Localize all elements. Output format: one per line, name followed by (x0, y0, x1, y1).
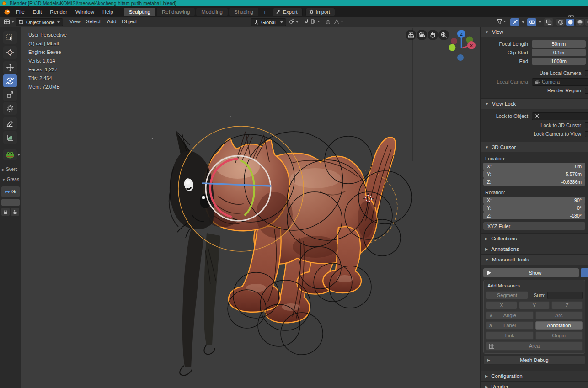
axis-gizmo[interactable]: Z X (446, 27, 478, 64)
import-button[interactable]: Import (305, 8, 335, 16)
local-camera-field[interactable]: Camera (532, 78, 588, 86)
focal-length-field[interactable]: 50mm (532, 40, 586, 48)
panel-configuration-header[interactable]: ▶Configuration (481, 371, 588, 381)
measure-label-button[interactable]: aLabel (486, 321, 534, 330)
overlays-toggle[interactable] (527, 18, 536, 26)
lock-to-object-field[interactable] (532, 112, 588, 120)
falloff-dropdown[interactable] (334, 19, 343, 24)
cursor-location-x[interactable]: X:0m (483, 163, 585, 170)
measure-x-button[interactable]: X (486, 301, 517, 309)
cursor-location-y[interactable]: Y:5.578m (483, 170, 585, 178)
measure-link-button[interactable]: Link (486, 331, 534, 340)
editor-type-selector[interactable] (4, 19, 14, 25)
measure-tool-icon (6, 133, 14, 142)
grab-button[interactable]: Gr (1, 186, 20, 197)
menu-render[interactable]: Render (46, 8, 71, 16)
menu-help[interactable]: Help (98, 8, 118, 16)
shading-material-button[interactable] (575, 18, 584, 26)
mesh-debug-header[interactable]: ▶ Mesh Debug (483, 356, 585, 365)
cursor-rotation-y[interactable]: Y:0° (483, 204, 585, 212)
overlays-dropdown-chevron[interactable] (539, 21, 541, 23)
mode-dropdown[interactable]: Object Mode (16, 18, 63, 26)
menu-object[interactable]: Object (118, 18, 140, 25)
gizmo-toggle[interactable] (510, 18, 519, 26)
snap-controls[interactable] (304, 18, 320, 24)
menu-edit[interactable]: Edit (29, 8, 46, 16)
measure-angle-button[interactable]: ∧Angle (486, 311, 534, 319)
blank-field[interactable] (1, 199, 20, 206)
shading-wireframe-button[interactable] (556, 18, 565, 26)
panel-collections-header[interactable]: ▶Collections (481, 234, 588, 244)
lock-button-1[interactable] (1, 208, 10, 216)
cursor-location-z[interactable]: Z:-0.6386m (483, 178, 585, 186)
rotation-order-dropdown[interactable]: XYZ Euler (483, 222, 585, 230)
proportional-editing-toggle[interactable] (326, 20, 331, 25)
panel-collapsed-toggle[interactable]: ▶ Sverc (2, 167, 18, 172)
lock-3d-cursor-checkbox[interactable] (585, 122, 588, 128)
pivot-point-dropdown[interactable] (289, 19, 299, 25)
measure-area-button[interactable]: Area (486, 341, 583, 351)
tool-cursor[interactable] (3, 46, 17, 59)
panel-measureit-header[interactable]: ▼MeasureIt Tools (481, 255, 588, 265)
brush-dropdown-chevron[interactable] (17, 154, 20, 156)
sum-dropdown[interactable]: - (547, 292, 583, 299)
tool-scale[interactable] (3, 88, 17, 101)
gizmo-dropdown-chevron[interactable] (522, 21, 524, 23)
panel-render-header[interactable]: ▶Render (481, 382, 588, 388)
panel-expanded-toggle[interactable]: ▼ Greas (2, 177, 19, 182)
menu-file[interactable]: File (12, 8, 29, 16)
tool-annotate[interactable] (3, 117, 17, 130)
measure-arc-button[interactable]: Arc (535, 311, 583, 319)
measureit-render-button[interactable] (581, 268, 588, 277)
panel-view-lock-header[interactable]: ▼View Lock (481, 99, 588, 109)
menu-view[interactable]: View (66, 18, 85, 25)
panel-annotations-header[interactable]: ▶Annotations (481, 244, 588, 254)
menu-select[interactable]: Select (82, 18, 104, 25)
axis-ball-negx[interactable] (451, 38, 457, 44)
object-mode-icon (19, 20, 24, 25)
measure-annotation-button[interactable]: Annotation (535, 321, 583, 330)
pan-view-button[interactable] (428, 30, 438, 40)
measure-y-button[interactable]: Y (519, 301, 550, 309)
tool-move[interactable] (3, 61, 17, 74)
workspace-tab-shading[interactable]: Shading (229, 8, 258, 16)
blender-logo[interactable] (3, 8, 11, 15)
measureit-show-button[interactable]: Show (483, 268, 579, 277)
tool-select-box[interactable] (3, 31, 17, 44)
panel-view-header[interactable]: ▼View (481, 27, 588, 37)
xray-toggle[interactable] (544, 18, 553, 26)
cursor-rotation-x[interactable]: X:90° (483, 197, 585, 204)
measure-z-button[interactable]: Z (551, 301, 583, 309)
axis-ball-negz[interactable] (457, 54, 464, 61)
add-workspace-button[interactable]: + (260, 9, 270, 16)
render-region-checkbox[interactable] (585, 88, 588, 94)
tool-measure[interactable] (3, 131, 17, 144)
shading-rendered-button[interactable] (585, 18, 588, 26)
lock-camera-checkbox[interactable] (585, 131, 588, 137)
export-button[interactable]: Export (273, 8, 303, 16)
workspace-tab-sculpting[interactable]: Sculpting (124, 8, 155, 16)
axis-ball-negy[interactable] (449, 44, 456, 51)
measure-segment-button[interactable]: Segment (486, 291, 528, 299)
menu-window[interactable]: Window (71, 8, 98, 16)
tool-transform[interactable] (3, 102, 17, 115)
clip-start-field[interactable]: 0.1m (532, 49, 586, 56)
measure-origin-button[interactable]: Origin (535, 331, 583, 340)
brush-preset-button[interactable] (3, 149, 17, 160)
orientation-dropdown[interactable]: Global (251, 18, 286, 26)
camera-view-button[interactable] (417, 30, 427, 40)
tool-rotate[interactable] (3, 74, 17, 87)
panel-3d-cursor-header[interactable]: ▼3D Cursor (481, 142, 588, 152)
cursor-rotation-z[interactable]: Z:-180° (483, 212, 585, 219)
snap-with-icon (310, 19, 316, 24)
menu-add[interactable]: Add (103, 18, 120, 25)
object-filter-dropdown[interactable] (497, 19, 506, 24)
shading-solid-button[interactable] (566, 18, 575, 26)
lock-button-2[interactable] (11, 208, 19, 216)
workspace-tab-ref-drawing[interactable]: Ref drawing (157, 8, 195, 16)
use-local-camera-checkbox[interactable] (585, 70, 588, 76)
clip-end-field[interactable]: 1000m (532, 58, 586, 65)
viewport-canvas[interactable] (21, 27, 480, 388)
ortho-toggle-button[interactable] (406, 30, 416, 40)
workspace-tab-modeling[interactable]: Modeling (196, 8, 228, 16)
